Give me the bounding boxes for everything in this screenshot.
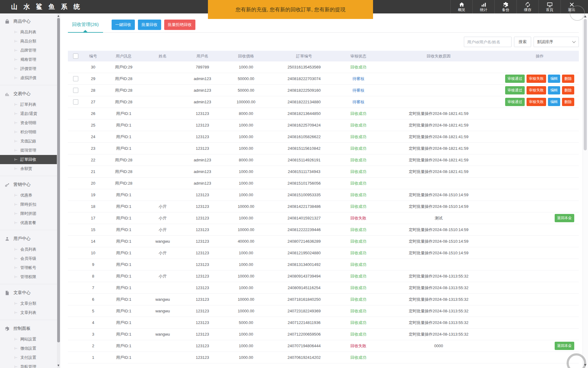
nav-logout[interactable]: 退出	[560, 0, 582, 13]
row-checkbox[interactable]	[73, 76, 78, 81]
sidebar-item-label: 会员列表	[20, 247, 36, 252]
cell-order-no: 240818222509160	[268, 85, 340, 96]
sidebar-item[interactable]: ⊢限时拼团	[0, 209, 57, 218]
row-checkbox[interactable]	[73, 88, 78, 93]
sidebar-item[interactable]: ⊢充值記錄	[0, 137, 57, 146]
scroll-up-icon[interactable]	[584, 15, 586, 17]
sidebar-item[interactable]: ⊢微信設置	[0, 344, 57, 353]
batch-recycle-button[interactable]: 批量回收	[138, 20, 161, 30]
tree-branch-icon: ⊢	[14, 221, 17, 225]
audit-fail-button[interactable]: 审核失敗	[527, 86, 546, 94]
sidebar-item-label: 规格管理	[20, 57, 36, 62]
cell-user-info: 用戶ID:29	[103, 61, 144, 73]
sidebar-section-trade[interactable]: 交易中心	[0, 88, 57, 100]
sidebar-item[interactable]: ⊢文章分類	[0, 299, 57, 308]
delete-button[interactable]: 刪除	[562, 86, 574, 94]
sidebar-item[interactable]: ⊢规格管理	[0, 55, 57, 64]
cell-order-no: 240818222703074	[268, 73, 340, 85]
search-input[interactable]	[464, 37, 512, 47]
approve-button[interactable]: 审核通过	[505, 75, 525, 83]
cell-checkbox	[68, 166, 83, 178]
sidebar-item[interactable]: ⊢限時折扣	[0, 200, 57, 209]
tab-recycle-management[interactable]: 回收管理(26)	[68, 17, 103, 33]
cell-checkbox	[68, 120, 83, 131]
sidebar-item[interactable]: ⊢訂單列表	[0, 100, 57, 109]
sidebar-item[interactable]: ⊢支付設置	[0, 353, 57, 362]
select-all-checkbox[interactable]	[73, 53, 78, 59]
sidebar-scrollbar-thumb[interactable]	[57, 18, 60, 342]
cell-no: 29	[83, 73, 103, 85]
sidebar-item-label: 充值記錄	[20, 138, 36, 144]
cell-name	[144, 189, 181, 201]
approve-button[interactable]: 审核通过	[505, 86, 525, 94]
search-button[interactable]: 搜索	[514, 37, 531, 47]
sidebar-item[interactable]: ⊢会员列表	[0, 245, 57, 254]
approve-button[interactable]: 审核通过	[505, 98, 525, 106]
page-scrollbar-thumb[interactable]	[584, 19, 587, 150]
sidebar-item[interactable]: ⊢管理权限	[0, 272, 57, 282]
edit-button[interactable]: 编輯	[548, 98, 560, 106]
table-row: 17用戶ID:1小亓1231231000.00240814015921327回收…	[68, 212, 579, 224]
cell-price: 1000.00	[224, 259, 268, 270]
sidebar-section-user[interactable]: 用戶中心	[0, 233, 57, 245]
sidebar-item[interactable]: ⊢商品列表	[0, 28, 57, 37]
refund-button[interactable]: 退回本金	[555, 342, 574, 350]
sidebar-item[interactable]: ⊢导航管理	[0, 362, 57, 368]
cell-order-no: 240812195024880	[268, 247, 340, 259]
edit-button[interactable]: 编輯	[548, 86, 560, 94]
sidebar-item[interactable]: ⊢优惠套餐	[0, 218, 57, 227]
scroll-down-icon[interactable]	[57, 365, 59, 366]
nav-cache[interactable]: 缓存	[516, 0, 538, 13]
sidebar-item[interactable]: ⊢品牌管理	[0, 46, 57, 55]
page-scrollbar[interactable]	[582, 13, 588, 368]
sidebar-section-article[interactable]: 文章中心	[0, 287, 57, 299]
cell-status: 回收成功	[340, 143, 377, 154]
sidebar-item-label: 资金明细	[20, 120, 36, 126]
batch-reject-recycle-button[interactable]: 批量拒绝回收	[164, 20, 195, 30]
cell-user-info: 用戶ID:1	[103, 305, 144, 317]
sidebar-item[interactable]: ⊢会员等级	[0, 254, 57, 263]
sidebar-item[interactable]: ⊢訂單回收	[0, 155, 57, 164]
sidebar-item-label: 优惠券	[20, 193, 32, 198]
delete-button[interactable]: 刪除	[562, 98, 574, 106]
sidebar-item[interactable]: ⊢商品分類	[0, 37, 57, 46]
sidebar-item[interactable]: ⊢虚拟評價	[0, 73, 57, 83]
sidebar-item[interactable]: ⊢网站設置	[0, 335, 57, 344]
sort-select[interactable]: 默認排序	[534, 37, 579, 47]
sidebar-item[interactable]: ⊢退款/退貨	[0, 109, 57, 118]
nav-homepage[interactable]: 首頁	[538, 0, 560, 13]
sidebar-item[interactable]: ⊢提現管理	[0, 146, 57, 155]
cell-username: 123123	[181, 201, 224, 212]
audit-fail-button[interactable]: 审核失敗	[527, 75, 546, 83]
sidebar-item[interactable]: ⊢资金明细	[0, 118, 57, 127]
cell-price: 1000.00	[224, 329, 268, 340]
sidebar-item[interactable]: ⊢文章列表	[0, 308, 57, 317]
stats-icon	[481, 2, 487, 8]
cell-order-no: 240718161840250	[268, 294, 340, 305]
cell-no: 8	[83, 270, 103, 282]
scroll-up-icon[interactable]	[57, 15, 59, 17]
row-checkbox[interactable]	[73, 99, 78, 105]
sidebar-item[interactable]: ⊢評價管理	[0, 64, 57, 73]
sidebar-item[interactable]: ⊢优惠券	[0, 191, 57, 200]
cell-name: wangwu	[144, 236, 181, 247]
cell-checkbox	[68, 224, 83, 236]
sidebar-item[interactable]: ⊢积分明细	[0, 127, 57, 137]
cell-username: admin123	[181, 154, 224, 166]
sidebar-section-marketing[interactable]: 营销中心	[0, 178, 57, 191]
audit-fail-button[interactable]: 审核失敗	[527, 98, 546, 106]
sidebar-item[interactable]: ⊢余額寳	[0, 164, 57, 173]
scroll-down-icon[interactable]	[584, 364, 586, 366]
nav-backup[interactable]: 备份	[494, 0, 516, 13]
nav-stats[interactable]: 统计	[472, 0, 494, 13]
sidebar-item[interactable]: ⊢管理帐号	[0, 263, 57, 272]
sidebar-scrollbar[interactable]	[57, 13, 60, 368]
delete-button[interactable]: 刪除	[562, 75, 574, 83]
edit-button[interactable]: 编輯	[548, 75, 560, 83]
one-key-recycle-button[interactable]: 一鍵回收	[112, 20, 135, 30]
tab-label: 回收管理(26)	[72, 22, 99, 28]
sidebar-section-product[interactable]: 商品中心	[0, 15, 57, 28]
sidebar-section-control[interactable]: 控制面板	[0, 322, 57, 335]
refund-button[interactable]: 退回本金	[555, 214, 574, 222]
nav-overview[interactable]: 概況	[450, 0, 472, 13]
